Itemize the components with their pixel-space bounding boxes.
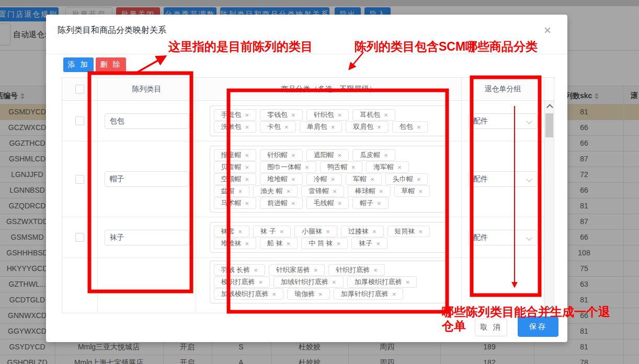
tag-remove-icon[interactable]: × [338, 111, 342, 119]
tag-remove-icon[interactable]: × [245, 151, 249, 159]
tag-remove-icon[interactable]: × [291, 175, 295, 183]
display-category-input[interactable]: 帽子 [105, 171, 189, 187]
category-tag[interactable]: 针织包× [306, 109, 349, 121]
tag-remove-icon[interactable]: × [314, 266, 318, 274]
category-tag[interactable]: 羽绒 长裤× [214, 264, 265, 276]
tag-remove-icon[interactable]: × [417, 123, 421, 131]
category-tag[interactable]: 前进帽× [260, 197, 303, 209]
category-tag[interactable]: 加厚针织打底裤× [334, 288, 404, 300]
category-tag[interactable]: 遮阳帽× [306, 149, 349, 161]
category-tag[interactable]: 手提包× [214, 109, 257, 121]
tag-remove-icon[interactable]: × [287, 240, 291, 248]
tag-remove-icon[interactable]: × [338, 151, 342, 159]
tag-remove-icon[interactable]: × [370, 175, 374, 183]
category-tag[interactable]: 针织打底裤× [328, 264, 385, 276]
category-tag[interactable]: 渔夫 帽× [253, 185, 298, 197]
tag-remove-icon[interactable]: × [254, 266, 258, 274]
tag-remove-icon[interactable]: × [406, 278, 410, 286]
category-tag[interactable]: 短筒袜× [387, 226, 430, 237]
tag-remove-icon[interactable]: × [384, 111, 388, 119]
scrollbar[interactable] [544, 101, 554, 313]
tag-multiselect[interactable]: 手提包×零钱包×针织包×耳机包×洗漱包×卡包×单肩包×双肩包×包包× [210, 105, 448, 136]
row-checkbox[interactable] [75, 233, 84, 242]
tag-remove-icon[interactable]: × [331, 123, 335, 131]
scroll-down-icon[interactable] [546, 303, 553, 310]
tag-remove-icon[interactable]: × [291, 199, 295, 207]
category-tag[interactable]: 草帽× [394, 185, 430, 197]
tag-remove-icon[interactable]: × [272, 290, 277, 298]
add-button[interactable]: 添 加 [63, 57, 94, 72]
tag-remove-icon[interactable]: × [305, 163, 309, 171]
tag-remove-icon[interactable]: × [332, 278, 336, 286]
category-tag[interactable]: 卡包× [260, 121, 296, 133]
category-tag[interactable]: 堆堆帽× [260, 173, 303, 185]
category-tag[interactable]: 双肩包× [346, 121, 389, 133]
category-tag[interactable]: 雷锋帽× [301, 185, 344, 197]
category-tag[interactable]: 加绒针织打底裤× [273, 276, 344, 288]
tag-remove-icon[interactable]: × [326, 228, 330, 236]
tag-remove-icon[interactable]: × [419, 187, 423, 195]
save-button[interactable]: 保存 [518, 316, 558, 337]
tag-remove-icon[interactable]: × [245, 175, 249, 183]
category-tag[interactable]: 洗漱包× [214, 121, 257, 133]
display-category-input[interactable]: 袜子 [105, 230, 189, 245]
tag-multiselect[interactable]: 袜套×袜 子×小腿袜×过膝袜×短筒袜×堆堆袜×船 袜×中 筒 袜×袜子× [210, 222, 448, 253]
category-tag[interactable]: 包包× [392, 121, 428, 133]
tag-remove-icon[interactable]: × [392, 290, 396, 298]
tag-remove-icon[interactable]: × [245, 111, 249, 119]
category-tag[interactable]: 棒球帽× [348, 185, 391, 197]
tag-remove-icon[interactable]: × [377, 199, 381, 207]
return-group-select[interactable]: 配件 [468, 171, 538, 187]
category-tag[interactable]: 军帽× [346, 173, 382, 185]
tag-remove-icon[interactable]: × [373, 266, 378, 274]
scroll-up-icon[interactable] [546, 104, 553, 111]
tag-remove-icon[interactable]: × [397, 163, 402, 171]
tag-remove-icon[interactable]: × [245, 240, 249, 248]
category-tag[interactable]: 帽子× [352, 197, 389, 209]
tag-remove-icon[interactable]: × [384, 151, 388, 159]
cancel-button[interactable]: 取 消 [475, 319, 507, 336]
category-tag[interactable]: 中 筒 袜× [301, 238, 348, 249]
close-icon[interactable]: × [544, 24, 551, 37]
tag-remove-icon[interactable]: × [338, 199, 342, 207]
tag-remove-icon[interactable]: × [259, 278, 263, 286]
category-tag[interactable]: 单肩包× [300, 121, 343, 133]
select-all-checkbox[interactable] [75, 85, 84, 93]
row-checkbox[interactable] [75, 175, 84, 184]
tag-remove-icon[interactable]: × [245, 199, 249, 207]
category-tag[interactable]: 报童帽× [214, 149, 257, 161]
category-tag[interactable]: 袜 子× [253, 226, 291, 237]
category-tag[interactable]: 瓜皮帽× [352, 149, 395, 161]
return-group-select[interactable]: 配件 [468, 230, 538, 245]
tag-remove-icon[interactable]: × [280, 228, 284, 236]
tag-remove-icon[interactable]: × [337, 240, 341, 248]
category-tag[interactable]: 袜子× [351, 238, 387, 249]
category-tag[interactable]: 贝雷帽× [214, 161, 257, 173]
tag-multiselect[interactable]: 报童帽×针织帽×遮阳帽×瓜皮帽×贝雷帽×围巾一体帽×鸭舌帽×海军帽×空顶帽×堆堆… [210, 146, 448, 213]
tag-remove-icon[interactable]: × [351, 163, 356, 171]
tag-remove-icon[interactable]: × [372, 228, 376, 236]
category-tag[interactable]: 瑜伽裤× [287, 288, 330, 300]
tag-remove-icon[interactable]: × [238, 228, 243, 236]
tag-multiselect[interactable]: 羽绒 长裤×针织家居裤×针织打底裤×梭织打底裤×加绒针织打底裤×加厚梭织打底裤×… [210, 261, 448, 303]
category-tag[interactable]: 过膝袜× [341, 226, 384, 237]
scrollbar-thumb[interactable] [545, 113, 553, 137]
category-tag[interactable]: 小腿袜× [294, 226, 337, 237]
category-tag[interactable]: 零钱包× [260, 109, 303, 121]
tag-remove-icon[interactable]: × [238, 187, 243, 195]
category-tag[interactable]: 马术帽× [214, 197, 257, 209]
tag-remove-icon[interactable]: × [291, 151, 295, 159]
category-tag[interactable]: 空顶帽× [214, 173, 257, 185]
tag-remove-icon[interactable]: × [331, 175, 335, 183]
category-tag[interactable]: 针织家居裤× [269, 264, 325, 276]
tag-remove-icon[interactable]: × [291, 111, 295, 119]
category-tag[interactable]: 毛线帽× [306, 197, 349, 209]
category-tag[interactable]: 加厚梭织打底裤× [347, 276, 417, 288]
delete-button[interactable]: 删 除 [96, 57, 126, 72]
tag-remove-icon[interactable]: × [379, 187, 383, 195]
category-tag[interactable]: 袜套× [214, 226, 250, 237]
tag-remove-icon[interactable]: × [245, 163, 249, 171]
category-tag[interactable]: 鸭舌帽× [320, 161, 363, 173]
tag-remove-icon[interactable]: × [419, 228, 423, 236]
category-tag[interactable]: 冷帽× [306, 173, 343, 185]
